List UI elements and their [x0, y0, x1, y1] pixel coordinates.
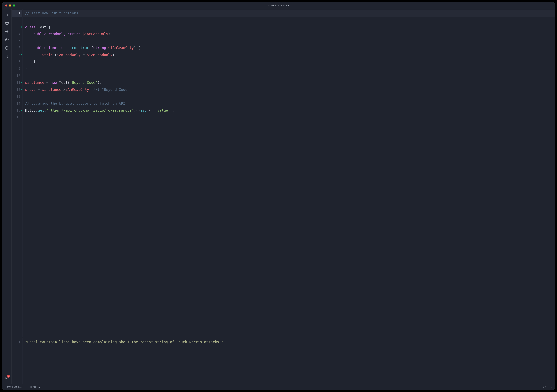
- svg-point-8: [6, 378, 7, 379]
- code-line[interactable]: Http::get('https://api.chucknorris.io/jo…: [25, 107, 555, 114]
- gutter-line[interactable]: 13: [12, 93, 20, 100]
- open-folder-button[interactable]: [2, 19, 12, 27]
- gutter-line: 1: [12, 338, 20, 345]
- history-button[interactable]: [2, 44, 12, 52]
- window-title: Tinkerwell - Default: [2, 4, 555, 7]
- code-line[interactable]: public function __construct(string $iAmR…: [25, 44, 555, 51]
- code-line[interactable]: $this->iAmReadOnly = $iAmReadOnly;: [25, 51, 555, 58]
- code-line[interactable]: $instance = new Test('Beyond Code');: [25, 79, 555, 86]
- run-button[interactable]: [2, 11, 12, 19]
- code-line[interactable]: public readonly string $iAmReadOnly;: [25, 31, 555, 37]
- svg-rect-6: [7, 39, 7, 39]
- gutter-line[interactable]: 8: [12, 58, 20, 65]
- code-line[interactable]: }: [25, 65, 555, 72]
- output-pane: 12 "Local mountain lions have been compl…: [12, 337, 555, 384]
- gutter-line[interactable]: 11: [12, 79, 20, 86]
- cloud-button[interactable]: [2, 27, 12, 36]
- code-line[interactable]: class Test {: [25, 24, 555, 31]
- code-line[interactable]: [25, 93, 555, 100]
- chevron-down-icon: [550, 386, 553, 388]
- code-line[interactable]: }: [25, 58, 555, 65]
- settings-badge: 1: [7, 375, 10, 378]
- svg-rect-5: [6, 39, 7, 39]
- svg-marker-0: [6, 14, 8, 16]
- window-controls: [2, 4, 15, 7]
- minimize-button[interactable]: [9, 4, 11, 7]
- code-line[interactable]: [25, 16, 555, 24]
- editor-pane[interactable]: 12345678910111213141516 // Test new PHP …: [12, 9, 555, 337]
- code-line[interactable]: [25, 37, 555, 44]
- close-button[interactable]: [5, 4, 7, 7]
- code-line[interactable]: // Leverage the Laravel support to fetch…: [25, 100, 555, 107]
- settings-button[interactable]: 1: [2, 374, 12, 382]
- status-bar: Laravel v9.43.0 PHP 8.1.5: [2, 384, 555, 390]
- gutter-line[interactable]: 6: [12, 44, 20, 51]
- folder-open-icon: [5, 21, 9, 25]
- gutter-line: 2: [12, 345, 20, 352]
- status-framework[interactable]: Laravel v9.43.0: [2, 384, 25, 390]
- clock-icon: [5, 46, 9, 50]
- gutter-line[interactable]: 16: [12, 114, 20, 121]
- status-php-version[interactable]: PHP 8.1.5: [25, 384, 43, 390]
- gutter-line[interactable]: 12: [12, 86, 20, 93]
- gutter-line[interactable]: 14: [12, 100, 20, 107]
- editor-gutter[interactable]: 12345678910111213141516: [12, 9, 23, 337]
- gutter-line[interactable]: 5: [12, 37, 20, 44]
- status-ok-button[interactable]: [541, 384, 548, 390]
- cloud-icon: [5, 30, 9, 33]
- gutter-line[interactable]: 7: [12, 51, 20, 58]
- gutter-line[interactable]: 2: [12, 16, 20, 24]
- activity-bar: 1: [2, 9, 12, 384]
- bookmark-icon: [5, 54, 9, 58]
- docker-button[interactable]: [2, 36, 12, 44]
- editor-code[interactable]: // Test new PHP functionsclass Test { pu…: [23, 9, 555, 337]
- gutter-line[interactable]: 9: [12, 65, 20, 72]
- gutter-line[interactable]: 4: [12, 31, 20, 37]
- code-line[interactable]: [25, 114, 555, 121]
- output-line: [25, 345, 555, 352]
- code-line[interactable]: [25, 72, 555, 79]
- code-line[interactable]: $read = $instance->iAmReadOnly; //? "Bey…: [25, 86, 555, 93]
- output-gutter: 12: [12, 338, 23, 384]
- output-line: "Local mountain lions have been complain…: [25, 338, 555, 345]
- gutter-line[interactable]: 10: [12, 72, 20, 79]
- gutter-line[interactable]: 15: [12, 107, 20, 114]
- svg-point-9: [543, 386, 545, 388]
- bookmarks-button[interactable]: [2, 52, 12, 60]
- status-expand-button[interactable]: [548, 384, 555, 390]
- panes: 12345678910111213141516 // Test new PHP …: [12, 9, 555, 384]
- titlebar: Tinkerwell - Default: [2, 2, 555, 9]
- output-code: "Local mountain lions have been complain…: [23, 338, 555, 384]
- gutter-line[interactable]: 3: [12, 24, 20, 31]
- gutter-line[interactable]: 1: [12, 10, 22, 16]
- play-icon: [5, 13, 9, 17]
- app-window: Tinkerwell - Default 1: [2, 2, 555, 390]
- maximize-button[interactable]: [13, 4, 15, 7]
- code-line[interactable]: // Test new PHP functions: [25, 10, 555, 16]
- docker-icon: [5, 38, 9, 42]
- check-circle-icon: [543, 385, 546, 388]
- main-area: 1 12345678910111213141516 // Test new PH…: [2, 9, 555, 384]
